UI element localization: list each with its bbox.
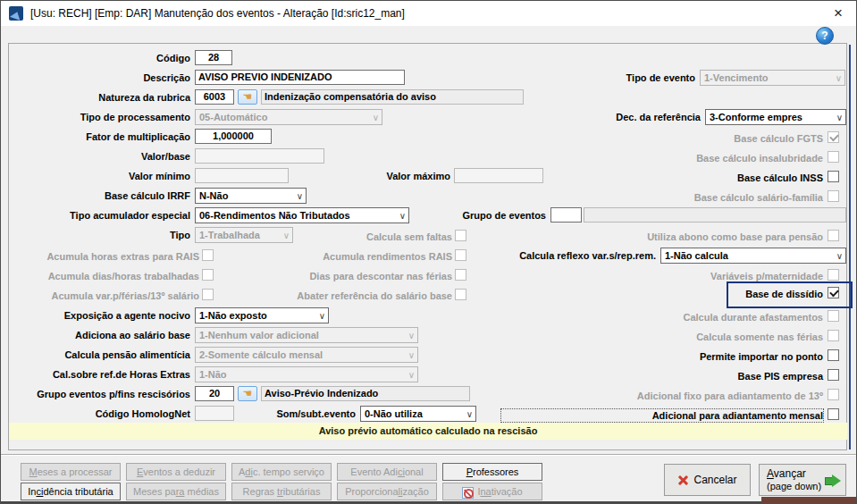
dias-descontar-label: Dias para descontar nas férias <box>233 270 452 282</box>
tipo-processamento-label: Tipo de processamento <box>8 111 190 123</box>
calcula-somente-checkbox <box>828 330 839 341</box>
background-corner <box>761 497 856 503</box>
tab-meses-a-processar: Meses a processar <box>21 463 121 481</box>
salario-familia-checkbox <box>828 190 839 202</box>
adiciona-salario-select: 1-Nenhum valor adicional ∨ <box>195 327 418 343</box>
descricao-input[interactable]: AVISO PREVIO INDENIZADO <box>195 70 405 85</box>
insalubridade-label: Base cálculo insalubridade <box>501 152 823 164</box>
codigo-input[interactable]: 28 <box>195 50 232 65</box>
tab-eventos-a-deduzir: Eventos a deduzir <box>126 463 226 481</box>
valor-base-input <box>195 148 324 164</box>
natureza-code-input[interactable]: 6003 <box>195 89 234 105</box>
title-bar: [Usu: RECH] [Emp: DAR] Manutenção dos ev… <box>1 1 856 26</box>
calcula-reflexo-select[interactable]: 1-Não calcula ∨ <box>660 248 846 264</box>
advance-button[interactable]: Avançar (page down) <box>759 464 846 496</box>
app-icon <box>9 6 23 21</box>
tipo-evento-select: 1-Vencimento ∨ <box>700 70 845 86</box>
utiliza-abono-label: Utiliza abono como base para pensão <box>501 231 823 243</box>
adicional-mensal-checkbox[interactable] <box>828 408 839 420</box>
hand-lookup-icon: ☚ <box>243 90 253 103</box>
inss-checkbox[interactable] <box>828 171 839 182</box>
natureza-label: Natureza da rubrica <box>8 91 190 104</box>
tab-incidencia-tributaria[interactable]: Incidência tributária <box>21 483 121 500</box>
divider <box>1 455 856 456</box>
tipo-processamento-select: 05-Automático ∨ <box>195 109 382 125</box>
base-pis-label: Base PIS empresa <box>501 370 823 382</box>
close-icon[interactable]: × <box>820 1 856 26</box>
tab-professores[interactable]: Professores <box>442 463 542 481</box>
advance-arrow-icon <box>832 475 841 487</box>
permite-importar-label: Permite importar no ponto <box>501 350 823 363</box>
chevron-down-icon: ∨ <box>408 329 415 343</box>
acum-rend-rais-label: Acumula rendimentos RAIS <box>233 250 452 263</box>
fgts-label: Base cálculo FGTS <box>501 132 823 145</box>
inss-label: Base cálculo INSS <box>501 172 823 184</box>
exposicao-select[interactable]: 1-Não exposto ∨ <box>195 307 329 323</box>
variaveis-maternidade-checkbox <box>828 269 839 281</box>
base-pis-checkbox[interactable] <box>828 369 839 381</box>
dec-referencia-value: 3-Conforme empres <box>710 112 802 122</box>
chevron-down-icon: ∨ <box>373 111 379 125</box>
base-irrf-label: Base cálculo IRRF <box>8 189 190 202</box>
tab-regras-tributarias: Regras tributárias <box>231 483 332 500</box>
codigo-label: Código <box>8 52 190 64</box>
cancel-label: Cancelar <box>693 474 736 486</box>
chevron-down-icon: ∨ <box>319 309 325 323</box>
inactivation-icon <box>462 487 474 499</box>
homolognet-label: Código HomologNet <box>8 407 190 420</box>
tipo-acumulador-label: Tipo acumulador especial <box>8 209 190 222</box>
advance-label: Avançar <box>767 467 806 480</box>
som-subt-value: 0-Não utiliza <box>365 408 423 419</box>
fator-input[interactable]: 1,000000 <box>195 129 272 144</box>
grupo-eventos-label: Grupo de eventos <box>358 209 546 222</box>
chevron-down-icon: ∨ <box>836 249 843 264</box>
chevron-down-icon: ∨ <box>466 407 473 422</box>
base-dissidio-label: Base de dissídio <box>626 288 823 300</box>
advance-arrow-icon <box>826 478 832 484</box>
base-irrf-select[interactable]: N-Não ∨ <box>195 188 307 204</box>
grupo-eventos-desc-field <box>584 207 846 223</box>
base-dissidio-checkbox[interactable] <box>828 287 839 298</box>
dec-referencia-select[interactable]: 3-Conforme empres ∨ <box>705 109 846 125</box>
grupo-rescisorios-code-input[interactable]: 20 <box>195 386 234 401</box>
acum-var-label: Acumula var.p/férias/13º salário <box>8 290 199 302</box>
acum-dias-label: Acumula dias/horas trabalhadas <box>8 270 199 282</box>
adicional-mensal-label: Adicional para adiantamento mensal <box>501 409 823 422</box>
chevron-down-icon: ∨ <box>836 71 842 86</box>
fator-label: Fator de multiplicação <box>8 130 190 143</box>
calcula-reflexo-value: 1-Não calcula <box>665 250 728 261</box>
tab-proporcionalizacao: Proporcionalização <box>337 483 437 500</box>
acum-var-checkbox <box>202 289 214 300</box>
help-icon[interactable]: ? <box>816 27 834 45</box>
natureza-lookup-button[interactable]: ☚ <box>238 89 257 105</box>
grupo-rescisorios-lookup-button[interactable]: ☚ <box>238 386 257 401</box>
calcula-reflexo-label: Calcula reflexo var.s/rep.rem. <box>448 249 656 262</box>
natureza-desc-field: Indenização compensatória do aviso <box>261 89 524 105</box>
chevron-down-icon: ∨ <box>836 111 843 125</box>
som-subt-select[interactable]: 0-Não utiliza ∨ <box>360 406 476 422</box>
hand-lookup-icon: ☚ <box>243 387 253 399</box>
pensao-label: Calcula pensão alimentícia <box>8 349 190 361</box>
calcula-sem-faltas-label: Calcula sem faltas <box>233 231 452 243</box>
tipo-label: Tipo <box>8 229 190 241</box>
tab-inativacao: Inativação <box>442 483 542 500</box>
valor-base-label: Valor/base <box>8 150 190 163</box>
acum-he-rais-checkbox <box>202 249 214 261</box>
cancel-button[interactable]: Cancelar <box>664 464 751 496</box>
window-title: [Usu: RECH] [Emp: DAR] Manutenção dos ev… <box>30 7 405 20</box>
exposicao-value: 1-Não exposto <box>199 310 267 321</box>
calcula-sem-faltas-checkbox <box>455 230 466 241</box>
salario-familia-label: Base cálculo salário-família <box>501 191 823 204</box>
tipo-processamento-value: 05-Automático <box>199 112 267 122</box>
permite-importar-checkbox[interactable] <box>828 349 839 361</box>
descricao-label: Descrição <box>8 71 190 84</box>
pensao-value: 2-Somente cálculo mensal <box>199 349 323 360</box>
adiciona-salario-value: 1-Nenhum valor adicional <box>199 330 319 340</box>
chevron-down-icon: ∨ <box>408 368 415 382</box>
cal-he-value: 1-Não <box>199 369 227 380</box>
homolognet-input <box>195 406 234 421</box>
calcula-durante-checkbox <box>828 310 839 322</box>
insalubridade-checkbox <box>828 151 839 163</box>
grupo-eventos-input[interactable] <box>550 207 582 223</box>
tab-meses-para-medias: Meses para médias <box>126 483 226 500</box>
